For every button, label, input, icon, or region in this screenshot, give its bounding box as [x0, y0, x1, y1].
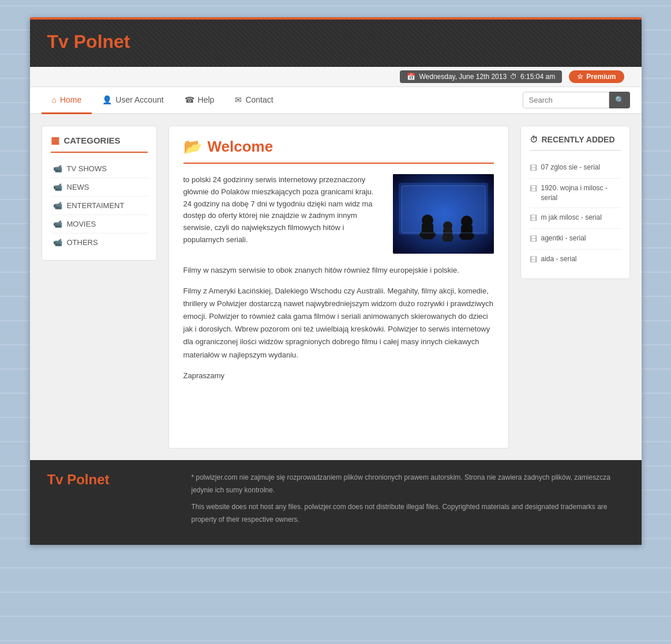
folder-icon: 📂: [183, 138, 202, 156]
nav-user-account[interactable]: 👤 User Account: [92, 87, 174, 114]
nav-contact-label: Contact: [245, 95, 273, 104]
time-text: 6:15:04 am: [520, 73, 555, 81]
category-label: OTHERS: [67, 238, 98, 247]
footer-brand: Tv Polnet: [47, 472, 174, 530]
video-icon-tvshows: 📹: [53, 164, 62, 173]
categories-box: ▦ CATEGORIES 📹 TV SHOWS 📹 NEWS 📹 ENTERTA…: [42, 126, 157, 261]
video-icon-news: 📹: [53, 183, 62, 191]
left-sidebar: ▦ CATEGORIES 📹 TV SHOWS 📹 NEWS 📹 ENTERTA…: [42, 126, 157, 449]
datetime-badge: 📅 Wednesday, June 12th 2013 ⏱ 6:15:04 am: [400, 70, 562, 83]
recent-item-1[interactable]: 🎞 1920. wojna i milosc - serial: [530, 179, 621, 208]
category-label: ENTERTAIMENT: [67, 201, 125, 210]
main-content: ▦ CATEGORIES 📹 TV SHOWS 📹 NEWS 📹 ENTERTA…: [30, 114, 642, 460]
recently-added-box: ⏱ RECENTLY ADDED 🎞 07 zglos sie - serial…: [520, 126, 630, 279]
star-icon: ☆: [577, 73, 583, 81]
film-icon-1: 🎞: [530, 184, 537, 194]
top-bar: 📅 Wednesday, June 12th 2013 ⏱ 6:15:04 am…: [30, 67, 642, 87]
film-icon-2: 🎞: [530, 213, 537, 224]
welcome-image-inner: [393, 174, 494, 254]
clock-icon-recent: ⏱: [530, 135, 538, 144]
category-others[interactable]: 📹 OTHERS: [51, 234, 148, 251]
nav-help[interactable]: ☎ Help: [174, 87, 225, 114]
svg-point-5: [422, 214, 433, 226]
category-label: NEWS: [67, 183, 89, 191]
video-icon-movies: 📹: [53, 220, 62, 228]
content-paragraph2: Filmy w naszym serwisie to obok znanych …: [183, 264, 494, 277]
recent-item-label: agentki - serial: [541, 234, 586, 243]
site-header: Tv Polnet: [30, 17, 642, 67]
search-input[interactable]: [523, 92, 609, 108]
category-label: MOVIES: [67, 220, 96, 228]
svg-point-11: [461, 216, 473, 227]
category-label: TV SHOWS: [67, 164, 107, 173]
footer-disclaimer2: This website does not host any files. po…: [192, 501, 624, 526]
recent-item-label: aida - serial: [541, 254, 577, 264]
user-icon: 👤: [102, 95, 112, 104]
nav-help-label: Help: [198, 95, 215, 104]
grid-icon: ▦: [51, 135, 59, 146]
recent-item-3[interactable]: 🎞 agentki - serial: [530, 229, 621, 250]
recent-item-label: m jak milosc - serial: [541, 213, 602, 223]
content-paragraph4: Zapraszamy: [183, 370, 494, 382]
welcome-title: 📂 Welcome: [183, 138, 494, 164]
recent-item-4[interactable]: 🎞 aida - serial: [530, 250, 621, 270]
video-icon-others: 📹: [53, 238, 62, 247]
site-footer: Tv Polnet * polwizjer.com nie zajmuje si…: [30, 460, 642, 545]
nav-bar: ⌂ Home 👤 User Account ☎ Help ✉ Contact 🔍: [30, 87, 642, 114]
right-sidebar: ⏱ RECENTLY ADDED 🎞 07 zglos sie - serial…: [520, 126, 630, 449]
recent-item-label: 07 zglos sie - serial: [541, 163, 601, 172]
category-tv-shows[interactable]: 📹 TV SHOWS: [51, 160, 148, 178]
video-icon-entertaiment: 📹: [53, 201, 62, 210]
recent-item-0[interactable]: 🎞 07 zglos sie - serial: [530, 158, 621, 179]
search-button[interactable]: 🔍: [609, 92, 630, 108]
footer-disclaimer1: * polwizjer.com nie zajmuje się rozprowa…: [192, 472, 624, 496]
recent-item-label: 1920. wojna i milosc - serial: [541, 183, 621, 203]
center-content: 📂 Welcome to polski 24 godzinny serwis i…: [168, 126, 509, 449]
welcome-paragraph1: to polski 24 godzinny serwis internetowy…: [183, 174, 383, 254]
nav-links: ⌂ Home 👤 User Account ☎ Help ✉ Contact: [42, 87, 284, 113]
clock-icon: ⏱: [510, 73, 517, 81]
nav-home-label: Home: [60, 95, 81, 104]
category-entertaiment[interactable]: 📹 ENTERTAIMENT: [51, 197, 148, 215]
datetime-text: Wednesday, June 12th 2013: [419, 73, 507, 81]
nav-home[interactable]: ⌂ Home: [42, 87, 92, 114]
premium-button[interactable]: ☆ Premium: [569, 70, 624, 83]
home-icon: ⌂: [52, 95, 57, 104]
footer-text: * polwizjer.com nie zajmuje się rozprowa…: [192, 472, 624, 530]
welcome-body: to polski 24 godzinny serwis internetowy…: [183, 174, 494, 254]
recent-item-2[interactable]: 🎞 m jak milosc - serial: [530, 208, 621, 229]
content-paragraph3: Filmy z Ameryki Łacińskiej, Dalekiego Ws…: [183, 285, 494, 361]
mail-icon: ✉: [235, 95, 242, 104]
search-form: 🔍: [523, 92, 630, 108]
svg-rect-7: [443, 229, 452, 242]
svg-point-8: [443, 221, 452, 231]
nav-contact[interactable]: ✉ Contact: [224, 87, 283, 114]
category-movies[interactable]: 📹 MOVIES: [51, 215, 148, 234]
calendar-icon: 📅: [407, 73, 415, 81]
welcome-image: [393, 174, 494, 254]
film-icon-0: 🎞: [530, 163, 537, 174]
category-news[interactable]: 📹 NEWS: [51, 178, 148, 197]
nav-user-account-label: User Account: [115, 95, 163, 104]
site-title: Tv Polnet: [47, 31, 624, 52]
premium-label: Premium: [586, 73, 616, 81]
categories-title: ▦ CATEGORIES: [51, 135, 148, 153]
help-icon: ☎: [185, 95, 194, 104]
recently-added-title: ⏱ RECENTLY ADDED: [530, 135, 621, 151]
film-icon-4: 🎞: [530, 255, 537, 265]
film-icon-3: 🎞: [530, 234, 537, 244]
